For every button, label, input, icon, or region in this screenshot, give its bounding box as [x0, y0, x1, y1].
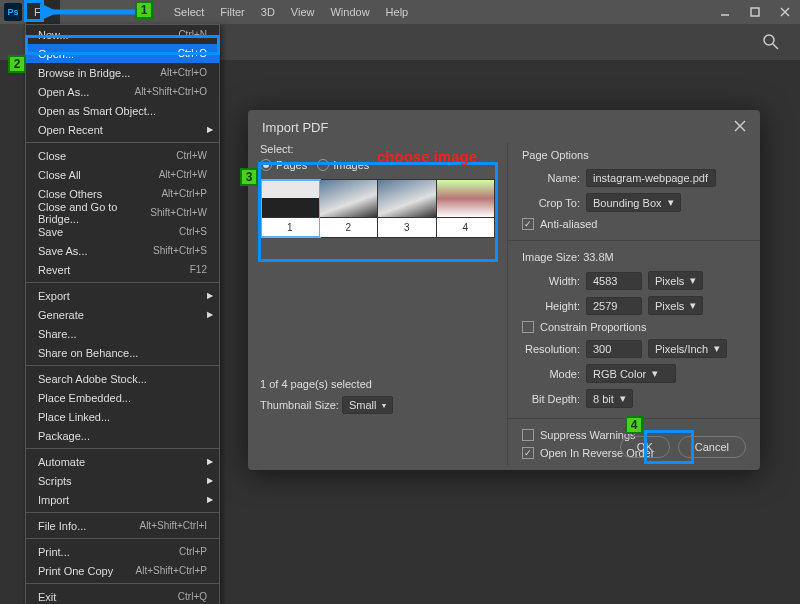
- imgsize-header: Image Size: 33.8M: [522, 251, 746, 263]
- mode-select[interactable]: RGB Color▾: [586, 364, 676, 383]
- menuitem-package[interactable]: Package...: [26, 426, 219, 445]
- menuitem-save-as[interactable]: Save As...Shift+Ctrl+S: [26, 241, 219, 260]
- annotation-tag-1: 1: [135, 1, 153, 19]
- menuitem-close-and-go-to-bridge[interactable]: Close and Go to Bridge...Shift+Ctrl+W: [26, 203, 219, 222]
- menuitem-revert[interactable]: RevertF12: [26, 260, 219, 279]
- selection-status: 1 of 4 page(s) selected: [260, 378, 500, 390]
- height-input[interactable]: 2579: [586, 297, 642, 315]
- menuitem-automate[interactable]: Automate▶: [26, 452, 219, 471]
- menuitem-save[interactable]: SaveCtrl+S: [26, 222, 219, 241]
- search-icon[interactable]: [762, 33, 780, 51]
- menuitem-place-embedded[interactable]: Place Embedded...: [26, 388, 219, 407]
- suppress-checkbox[interactable]: [522, 429, 534, 441]
- thumbnail-1[interactable]: 1: [261, 180, 320, 237]
- ok-button[interactable]: OK: [620, 436, 670, 458]
- annotation-tag-3: 3: [240, 168, 258, 186]
- window-maximize[interactable]: [740, 0, 770, 24]
- thumbnail-3[interactable]: 3: [378, 180, 437, 237]
- menuitem-new[interactable]: New...Ctrl+N: [26, 25, 219, 44]
- import-pdf-dialog: Import PDF Select: Pages Images 1 2 3 4 …: [248, 110, 760, 470]
- menuitem-file-info[interactable]: File Info...Alt+Shift+Ctrl+I: [26, 516, 219, 535]
- annotation-tag-4: 4: [625, 416, 643, 434]
- radio-images[interactable]: Images: [317, 159, 369, 171]
- menuitem-search-adobe-stock[interactable]: Search Adobe Stock...: [26, 369, 219, 388]
- thumbnail-2[interactable]: 2: [320, 180, 379, 237]
- annotation-tag-2: 2: [8, 55, 26, 73]
- menuitem-import[interactable]: Import▶: [26, 490, 219, 509]
- menuitem-open-recent[interactable]: Open Recent▶: [26, 120, 219, 139]
- width-input[interactable]: 4583: [586, 272, 642, 290]
- menuitem-close-all[interactable]: Close AllAlt+Ctrl+W: [26, 165, 219, 184]
- thumbnail-4[interactable]: 4: [437, 180, 495, 237]
- menu-filter[interactable]: Filter: [212, 0, 252, 24]
- dialog-title: Import PDF: [262, 120, 328, 135]
- dialog-close-icon[interactable]: [734, 120, 746, 135]
- menuitem-export[interactable]: Export▶: [26, 286, 219, 305]
- width-units[interactable]: Pixels▾: [648, 271, 703, 290]
- file-menu-dropdown: New...Ctrl+NOpen...Ctrl+OBrowse in Bridg…: [25, 24, 220, 604]
- menuitem-share[interactable]: Share...: [26, 324, 219, 343]
- menuitem-browse-in-bridge[interactable]: Browse in Bridge...Alt+Ctrl+O: [26, 63, 219, 82]
- cropto-select[interactable]: Bounding Box▾: [586, 193, 681, 212]
- annotation-choose-image: choose image: [377, 148, 477, 165]
- thumbsize-label: Thumbnail Size:: [260, 399, 339, 411]
- ps-logo: Ps: [4, 3, 22, 21]
- menuitem-scripts[interactable]: Scripts▶: [26, 471, 219, 490]
- menuitem-print[interactable]: Print...Ctrl+P: [26, 542, 219, 561]
- menuitem-open-as[interactable]: Open As...Alt+Shift+Ctrl+O: [26, 82, 219, 101]
- radio-pages[interactable]: Pages: [260, 159, 307, 171]
- reverse-checkbox[interactable]: [522, 447, 534, 459]
- resolution-input[interactable]: 300: [586, 340, 642, 358]
- resolution-units[interactable]: Pixels/Inch▾: [648, 339, 727, 358]
- menuitem-close[interactable]: CloseCtrl+W: [26, 146, 219, 165]
- svg-point-4: [764, 35, 774, 45]
- height-units[interactable]: Pixels▾: [648, 296, 703, 315]
- menu-select[interactable]: Select: [166, 0, 213, 24]
- name-input[interactable]: instagram-webpage.pdf: [586, 169, 716, 187]
- page-options-header: Page Options: [522, 149, 746, 161]
- menu-help[interactable]: Help: [378, 0, 417, 24]
- thumbnail-grid: 1 2 3 4: [260, 179, 495, 238]
- menuitem-exit[interactable]: ExitCtrl+Q: [26, 587, 219, 604]
- bitdepth-select[interactable]: 8 bit▾: [586, 389, 633, 408]
- window-minimize[interactable]: [710, 0, 740, 24]
- menuitem-share-on-behance[interactable]: Share on Behance...: [26, 343, 219, 362]
- constrain-checkbox[interactable]: [522, 321, 534, 333]
- thumbsize-select[interactable]: Small▾: [342, 396, 394, 414]
- menu-window[interactable]: Window: [322, 0, 377, 24]
- antialias-checkbox[interactable]: [522, 218, 534, 230]
- menu-view[interactable]: View: [283, 0, 323, 24]
- menuitem-print-one-copy[interactable]: Print One CopyAlt+Shift+Ctrl+P: [26, 561, 219, 580]
- menuitem-generate[interactable]: Generate▶: [26, 305, 219, 324]
- menuitem-open[interactable]: Open...Ctrl+O: [26, 44, 219, 63]
- svg-line-5: [773, 44, 778, 49]
- menu-3d[interactable]: 3D: [253, 0, 283, 24]
- menuitem-open-as-smart-object[interactable]: Open as Smart Object...: [26, 101, 219, 120]
- annotation-arrow: [40, 2, 150, 22]
- cancel-button[interactable]: Cancel: [678, 436, 746, 458]
- svg-rect-1: [751, 8, 759, 16]
- menuitem-place-linked[interactable]: Place Linked...: [26, 407, 219, 426]
- window-close[interactable]: [770, 0, 800, 24]
